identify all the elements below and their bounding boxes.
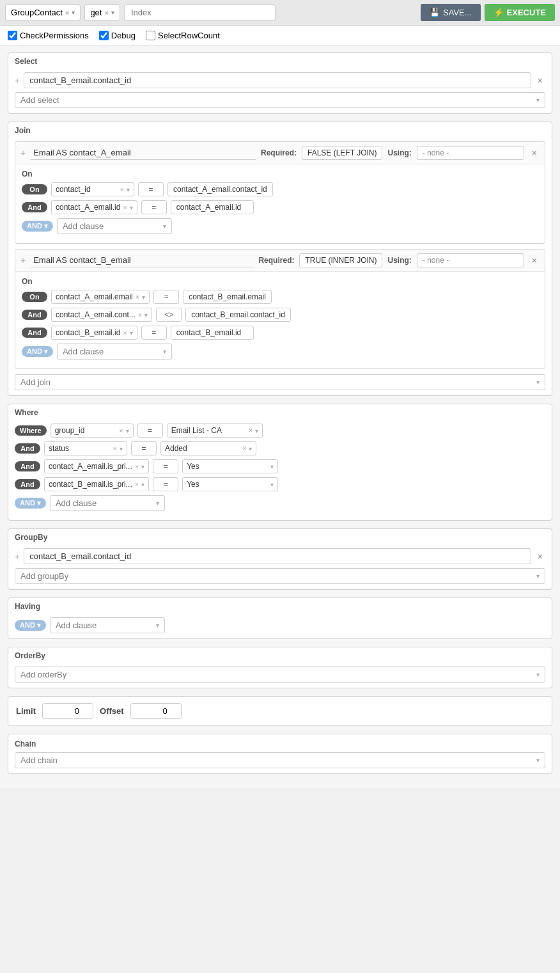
join1-on-badge[interactable]: On	[22, 184, 47, 194]
join1-and1-badge[interactable]: And	[22, 202, 47, 212]
join2-clause2-value[interactable]: contact_B_email.contact_id	[185, 308, 291, 322]
where-value-1[interactable]: Email List - CA × ▾	[167, 423, 263, 438]
join1-clause2-value[interactable]: contact_A_email.id	[171, 200, 254, 214]
add-groupby-dropdown[interactable]: Add groupBy ▾	[15, 568, 545, 584]
groupby-remove-icon[interactable]: ×	[535, 550, 545, 563]
save-button[interactable]: 💾 SAVE...	[421, 4, 481, 21]
join1-and-light-badge[interactable]: AND ▾	[22, 221, 53, 232]
join2-clause3-field-x-icon[interactable]: ×	[123, 329, 127, 336]
add-orderby-dropdown[interactable]: Add orderBy ▾	[15, 667, 545, 683]
where-value-3[interactable]: Yes ▾	[182, 459, 278, 473]
join1-clause1-value[interactable]: contact_A_email.contact_id	[167, 182, 273, 196]
where-value4-arrow-icon[interactable]: ▾	[270, 481, 274, 488]
join1-type-button[interactable]: FALSE (LEFT JOIN)	[302, 146, 382, 160]
tab-get[interactable]: get × ▾	[84, 4, 120, 20]
where-field3-x-icon[interactable]: ×	[135, 463, 139, 470]
check-permissions-checkbox[interactable]: CheckPermissions	[8, 31, 89, 40]
having-and-light-badge[interactable]: AND ▾	[15, 620, 46, 631]
where-operator-2[interactable]: =	[131, 441, 157, 455]
select-row-count-checkbox[interactable]: SelectRowCount	[146, 31, 220, 40]
join1-clause1-field[interactable]: contact_id × ▾	[51, 182, 134, 196]
where-field2-x-icon[interactable]: ×	[113, 445, 117, 452]
where-add-clause-dropdown[interactable]: Add clause ▾	[50, 495, 165, 511]
join1-clause1-field-arrow-icon[interactable]: ▾	[127, 186, 130, 193]
join2-on-badge[interactable]: On	[22, 292, 47, 302]
join2-and2-badge[interactable]: And	[22, 328, 47, 338]
limit-input[interactable]	[42, 703, 93, 719]
add-chain-dropdown[interactable]: Add chain ▾	[15, 752, 545, 768]
select-row-count-input[interactable]	[146, 31, 155, 40]
join2-clause1-field-arrow-icon[interactable]: ▾	[142, 294, 145, 301]
join1-clause2-field-arrow-icon[interactable]: ▾	[130, 204, 133, 211]
execute-button[interactable]: ⚡ EXECUTE	[485, 4, 555, 21]
join2-type-button[interactable]: TRUE (INNER JOIN)	[299, 253, 382, 267]
groupby-field-input[interactable]	[24, 548, 531, 564]
join1-clause1-operator[interactable]: =	[138, 182, 164, 196]
offset-input[interactable]	[130, 703, 182, 719]
where-badge-3[interactable]: And	[15, 461, 40, 471]
where-value-2[interactable]: Added × ▾	[160, 441, 256, 455]
where-value2-arrow-icon[interactable]: ▾	[249, 445, 252, 452]
join1-clause2-field[interactable]: contact_A_email.id × ▾	[51, 200, 137, 214]
join1-name-input[interactable]	[31, 146, 256, 160]
where-field2-arrow-icon[interactable]: ▾	[120, 445, 123, 452]
where-field-3[interactable]: contact_A_email.is_pri... × ▾	[44, 459, 149, 473]
where-operator-4[interactable]: =	[153, 477, 178, 491]
join2-and-light-badge[interactable]: AND ▾	[22, 346, 53, 357]
join2-clause3-field[interactable]: contact_B_email.id × ▾	[51, 326, 137, 340]
add-select-dropdown[interactable]: Add select ▾	[15, 92, 545, 108]
join2-clause1-field[interactable]: contact_A_email.email × ▾	[51, 290, 150, 304]
index-input[interactable]	[124, 4, 276, 20]
where-field-2[interactable]: status × ▾	[44, 441, 127, 455]
tab2-arrow-icon[interactable]: ▾	[111, 9, 114, 16]
join2-clause3-operator[interactable]: =	[141, 326, 167, 340]
check-permissions-input[interactable]	[8, 31, 17, 40]
where-field3-arrow-icon[interactable]: ▾	[141, 463, 144, 470]
tab1-close-icon[interactable]: ×	[65, 9, 69, 17]
select-field-input[interactable]	[24, 72, 531, 88]
join1-add-clause-dropdown[interactable]: Add clause ▾	[57, 218, 172, 234]
where-field-1[interactable]: group_id × ▾	[51, 423, 134, 438]
where-badge-1[interactable]: Where	[15, 425, 47, 436]
join2-clause3-field-arrow-icon[interactable]: ▾	[130, 329, 133, 336]
join2-clause2-field[interactable]: contact_A_email.cont... × ▾	[51, 308, 152, 322]
where-badge-2[interactable]: And	[15, 443, 40, 454]
join2-clause3-value[interactable]: contact_B_email.id	[171, 326, 254, 340]
tab1-arrow-icon[interactable]: ▾	[72, 9, 75, 16]
where-field1-x-icon[interactable]: ×	[119, 427, 123, 434]
join2-remove-icon[interactable]: ×	[529, 254, 540, 267]
select-remove-icon[interactable]: ×	[535, 74, 545, 87]
join2-add-clause-dropdown[interactable]: Add clause ▾	[57, 344, 172, 360]
where-field1-arrow-icon[interactable]: ▾	[126, 427, 129, 434]
where-value-4[interactable]: Yes ▾	[182, 477, 278, 491]
add-join-dropdown[interactable]: Add join ▾	[15, 374, 545, 390]
where-operator-3[interactable]: =	[153, 459, 178, 473]
join2-clause2-field-x-icon[interactable]: ×	[138, 311, 142, 319]
where-value2-x-icon[interactable]: ×	[242, 444, 247, 453]
where-value3-arrow-icon[interactable]: ▾	[270, 463, 274, 470]
having-add-clause-dropdown[interactable]: Add clause ▾	[50, 617, 165, 633]
where-and-light-badge[interactable]: AND ▾	[15, 498, 46, 509]
where-field-4[interactable]: contact_B_email.is_pri... × ▾	[44, 477, 149, 491]
tab-group-contact[interactable]: GroupContact × ▾	[5, 4, 81, 20]
join2-clause1-field-x-icon[interactable]: ×	[136, 293, 139, 301]
join1-clause2-field-x-icon[interactable]: ×	[123, 203, 127, 211]
where-operator-1[interactable]: =	[137, 423, 163, 438]
tab2-close-icon[interactable]: ×	[104, 9, 108, 17]
join2-clause2-field-arrow-icon[interactable]: ▾	[144, 312, 148, 319]
join1-clause1-field-x-icon[interactable]: ×	[120, 186, 124, 193]
join2-using-input[interactable]	[417, 253, 524, 267]
debug-checkbox[interactable]: Debug	[99, 31, 136, 40]
join2-name-input[interactable]	[31, 253, 253, 267]
join1-clause2-operator[interactable]: =	[141, 200, 167, 214]
debug-input[interactable]	[99, 31, 109, 40]
join2-clause2-operator[interactable]: <>	[156, 308, 182, 322]
where-field4-x-icon[interactable]: ×	[135, 480, 139, 488]
where-badge-4[interactable]: And	[15, 479, 40, 489]
where-value1-x-icon[interactable]: ×	[249, 426, 253, 435]
join2-clause1-value[interactable]: contact_B_email.email	[183, 290, 272, 304]
join1-using-input[interactable]	[417, 146, 524, 160]
where-value1-arrow-icon[interactable]: ▾	[255, 427, 258, 434]
join2-and1-badge[interactable]: And	[22, 310, 47, 320]
join1-remove-icon[interactable]: ×	[529, 146, 540, 159]
